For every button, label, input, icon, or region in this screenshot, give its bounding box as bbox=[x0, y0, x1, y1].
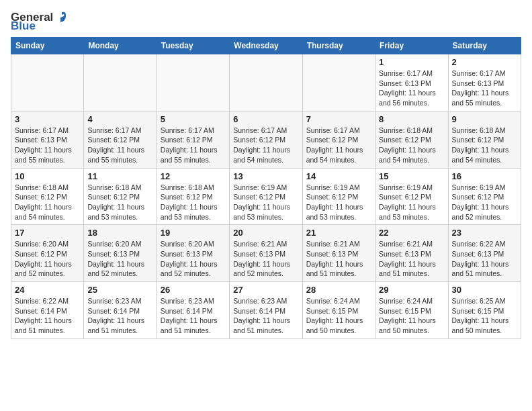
calendar-cell: 30Sunrise: 6:25 AM Sunset: 6:15 PM Dayli… bbox=[448, 282, 521, 339]
calendar-cell: 17Sunrise: 6:20 AM Sunset: 6:12 PM Dayli… bbox=[11, 225, 84, 282]
day-number: 18 bbox=[87, 228, 152, 238]
calendar-week-row: 24Sunrise: 6:22 AM Sunset: 6:14 PM Dayli… bbox=[11, 282, 521, 339]
day-info: Sunrise: 6:23 AM Sunset: 6:14 PM Dayligh… bbox=[233, 296, 298, 336]
calendar-cell: 9Sunrise: 6:18 AM Sunset: 6:12 PM Daylig… bbox=[448, 111, 521, 168]
calendar-cell: 20Sunrise: 6:21 AM Sunset: 6:13 PM Dayli… bbox=[230, 225, 302, 282]
day-info: Sunrise: 6:18 AM Sunset: 6:12 PM Dayligh… bbox=[379, 126, 444, 165]
day-info: Sunrise: 6:22 AM Sunset: 6:14 PM Dayligh… bbox=[15, 296, 80, 336]
calendar-cell: 8Sunrise: 6:18 AM Sunset: 6:12 PM Daylig… bbox=[375, 111, 448, 168]
calendar-week-row: 10Sunrise: 6:18 AM Sunset: 6:12 PM Dayli… bbox=[11, 168, 521, 225]
day-info: Sunrise: 6:25 AM Sunset: 6:15 PM Dayligh… bbox=[452, 296, 517, 336]
calendar-cell: 21Sunrise: 6:21 AM Sunset: 6:13 PM Dayli… bbox=[302, 225, 375, 282]
day-number: 30 bbox=[452, 285, 517, 295]
day-number: 15 bbox=[379, 171, 444, 181]
calendar-cell: 2Sunrise: 6:17 AM Sunset: 6:13 PM Daylig… bbox=[448, 54, 521, 111]
day-info: Sunrise: 6:18 AM Sunset: 6:12 PM Dayligh… bbox=[452, 126, 517, 165]
day-info: Sunrise: 6:23 AM Sunset: 6:14 PM Dayligh… bbox=[161, 296, 226, 336]
day-info: Sunrise: 6:18 AM Sunset: 6:12 PM Dayligh… bbox=[87, 183, 152, 222]
day-info: Sunrise: 6:19 AM Sunset: 6:12 PM Dayligh… bbox=[306, 183, 371, 222]
day-number: 12 bbox=[161, 171, 226, 181]
day-info: Sunrise: 6:18 AM Sunset: 6:12 PM Dayligh… bbox=[15, 183, 80, 222]
day-info: Sunrise: 6:24 AM Sunset: 6:15 PM Dayligh… bbox=[379, 296, 444, 336]
calendar-cell: 29Sunrise: 6:24 AM Sunset: 6:15 PM Dayli… bbox=[375, 282, 448, 339]
calendar-cell: 13Sunrise: 6:19 AM Sunset: 6:12 PM Dayli… bbox=[230, 168, 302, 225]
day-number: 6 bbox=[233, 114, 298, 124]
calendar-cell: 4Sunrise: 6:17 AM Sunset: 6:12 PM Daylig… bbox=[84, 111, 157, 168]
day-number: 29 bbox=[379, 285, 444, 295]
calendar-cell: 16Sunrise: 6:19 AM Sunset: 6:12 PM Dayli… bbox=[448, 168, 521, 225]
day-number: 1 bbox=[379, 57, 444, 67]
day-number: 4 bbox=[87, 114, 152, 124]
day-number: 8 bbox=[379, 114, 444, 124]
day-info: Sunrise: 6:20 AM Sunset: 6:12 PM Dayligh… bbox=[15, 239, 80, 279]
calendar-cell: 22Sunrise: 6:21 AM Sunset: 6:13 PM Dayli… bbox=[375, 225, 448, 282]
day-number: 19 bbox=[161, 228, 226, 238]
weekday-header-thursday: Thursday bbox=[302, 38, 375, 54]
day-number: 25 bbox=[87, 285, 152, 295]
calendar-week-row: 3Sunrise: 6:17 AM Sunset: 6:13 PM Daylig… bbox=[11, 111, 521, 168]
weekday-header-row: SundayMondayTuesdayWednesdayThursdayFrid… bbox=[11, 38, 521, 54]
calendar-cell: 10Sunrise: 6:18 AM Sunset: 6:12 PM Dayli… bbox=[11, 168, 84, 225]
calendar-cell: 7Sunrise: 6:17 AM Sunset: 6:12 PM Daylig… bbox=[302, 111, 375, 168]
calendar-cell bbox=[302, 54, 375, 111]
day-number: 26 bbox=[161, 285, 226, 295]
day-info: Sunrise: 6:17 AM Sunset: 6:12 PM Dayligh… bbox=[161, 126, 226, 165]
calendar-cell: 3Sunrise: 6:17 AM Sunset: 6:13 PM Daylig… bbox=[11, 111, 84, 168]
day-number: 23 bbox=[452, 228, 517, 238]
day-info: Sunrise: 6:19 AM Sunset: 6:12 PM Dayligh… bbox=[452, 183, 517, 222]
weekday-header-tuesday: Tuesday bbox=[157, 38, 229, 54]
weekday-header-saturday: Saturday bbox=[448, 38, 521, 54]
day-info: Sunrise: 6:17 AM Sunset: 6:12 PM Dayligh… bbox=[233, 126, 298, 165]
day-number: 24 bbox=[15, 285, 80, 295]
day-number: 10 bbox=[15, 171, 80, 181]
day-number: 3 bbox=[15, 114, 80, 124]
calendar-cell: 25Sunrise: 6:23 AM Sunset: 6:14 PM Dayli… bbox=[84, 282, 157, 339]
day-info: Sunrise: 6:17 AM Sunset: 6:12 PM Dayligh… bbox=[306, 126, 371, 165]
day-number: 22 bbox=[379, 228, 444, 238]
day-info: Sunrise: 6:21 AM Sunset: 6:13 PM Dayligh… bbox=[306, 239, 371, 279]
day-number: 2 bbox=[452, 57, 517, 67]
calendar-cell: 18Sunrise: 6:20 AM Sunset: 6:13 PM Dayli… bbox=[84, 225, 157, 282]
day-info: Sunrise: 6:17 AM Sunset: 6:12 PM Dayligh… bbox=[87, 126, 152, 165]
calendar-cell: 28Sunrise: 6:24 AM Sunset: 6:15 PM Dayli… bbox=[302, 282, 375, 339]
day-number: 14 bbox=[306, 171, 371, 181]
day-info: Sunrise: 6:17 AM Sunset: 6:13 PM Dayligh… bbox=[452, 68, 517, 108]
day-number: 21 bbox=[306, 228, 371, 238]
weekday-header-wednesday: Wednesday bbox=[230, 38, 302, 54]
day-number: 5 bbox=[161, 114, 226, 124]
calendar-cell: 23Sunrise: 6:22 AM Sunset: 6:13 PM Dayli… bbox=[448, 225, 521, 282]
day-info: Sunrise: 6:19 AM Sunset: 6:12 PM Dayligh… bbox=[233, 183, 298, 222]
day-info: Sunrise: 6:17 AM Sunset: 6:13 PM Dayligh… bbox=[15, 126, 80, 165]
day-number: 27 bbox=[233, 285, 298, 295]
calendar-table: SundayMondayTuesdayWednesdayThursdayFrid… bbox=[11, 37, 521, 339]
day-number: 20 bbox=[233, 228, 298, 238]
day-info: Sunrise: 6:22 AM Sunset: 6:13 PM Dayligh… bbox=[452, 239, 517, 279]
calendar-cell bbox=[84, 54, 157, 111]
day-number: 9 bbox=[452, 114, 517, 124]
day-info: Sunrise: 6:21 AM Sunset: 6:13 PM Dayligh… bbox=[379, 239, 444, 279]
day-number: 11 bbox=[87, 171, 152, 181]
calendar-week-row: 1Sunrise: 6:17 AM Sunset: 6:13 PM Daylig… bbox=[11, 54, 521, 111]
calendar-cell: 24Sunrise: 6:22 AM Sunset: 6:14 PM Dayli… bbox=[11, 282, 84, 339]
day-number: 7 bbox=[306, 114, 371, 124]
day-number: 17 bbox=[15, 228, 80, 238]
calendar-cell: 27Sunrise: 6:23 AM Sunset: 6:14 PM Dayli… bbox=[230, 282, 302, 339]
logo: General Blue bbox=[11, 11, 68, 32]
day-info: Sunrise: 6:24 AM Sunset: 6:15 PM Dayligh… bbox=[306, 296, 371, 336]
calendar-cell: 26Sunrise: 6:23 AM Sunset: 6:14 PM Dayli… bbox=[157, 282, 229, 339]
calendar-cell: 14Sunrise: 6:19 AM Sunset: 6:12 PM Dayli… bbox=[302, 168, 375, 225]
calendar-cell: 19Sunrise: 6:20 AM Sunset: 6:13 PM Dayli… bbox=[157, 225, 229, 282]
day-number: 13 bbox=[233, 171, 298, 181]
weekday-header-monday: Monday bbox=[84, 38, 157, 54]
calendar-cell: 5Sunrise: 6:17 AM Sunset: 6:12 PM Daylig… bbox=[157, 111, 229, 168]
calendar-cell: 1Sunrise: 6:17 AM Sunset: 6:13 PM Daylig… bbox=[375, 54, 448, 111]
calendar-cell: 15Sunrise: 6:19 AM Sunset: 6:12 PM Dayli… bbox=[375, 168, 448, 225]
page-header: General Blue bbox=[11, 11, 521, 32]
calendar-cell: 6Sunrise: 6:17 AM Sunset: 6:12 PM Daylig… bbox=[230, 111, 302, 168]
day-number: 28 bbox=[306, 285, 371, 295]
day-info: Sunrise: 6:19 AM Sunset: 6:12 PM Dayligh… bbox=[379, 183, 444, 222]
day-number: 16 bbox=[452, 171, 517, 181]
calendar-cell bbox=[157, 54, 229, 111]
day-info: Sunrise: 6:17 AM Sunset: 6:13 PM Dayligh… bbox=[379, 68, 444, 108]
weekday-header-friday: Friday bbox=[375, 38, 448, 54]
